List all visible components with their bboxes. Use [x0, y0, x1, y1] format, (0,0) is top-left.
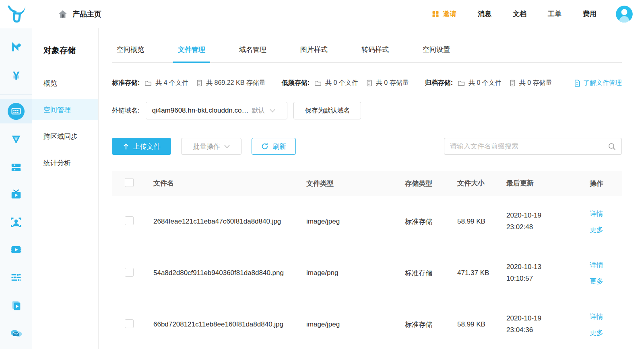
- stat-files: 共 4 个文件: [144, 79, 188, 87]
- refresh-button[interactable]: 刷新: [252, 138, 296, 155]
- nav-invite[interactable]: 邀请: [431, 9, 456, 18]
- file-updated: 2020-10-19 23:02:48: [506, 210, 581, 233]
- nav-messages-label: 消息: [478, 9, 491, 18]
- col-header-updated: 最后更新: [506, 178, 581, 189]
- rail-item-video-player[interactable]: [0, 294, 32, 317]
- sidebar-item-cross-region-sync[interactable]: 跨区域同步: [32, 126, 98, 147]
- detail-link[interactable]: 详情: [590, 261, 603, 270]
- table-row: 2684feae121c11eba47c60f81da8d840.jpg ima…: [112, 196, 622, 247]
- domain-label: 外链域名:: [112, 107, 139, 115]
- main-content: 空间概览 文件管理 域名管理 图片样式 转码样式 空间设置 标准存储: 共 4 …: [99, 28, 644, 349]
- server-storage-icon: [10, 161, 22, 173]
- file-type: image/jpeg: [306, 320, 405, 328]
- qiniu-bull-logo-icon: [5, 5, 27, 23]
- user-avatar[interactable]: [616, 6, 633, 23]
- search-input[interactable]: [450, 142, 608, 150]
- file-updated: 2020-10-13 10:10:57: [506, 261, 581, 285]
- rail-item-developer[interactable]: [0, 36, 32, 59]
- yen-icon: ¥: [13, 70, 20, 82]
- stat-group-standard: 标准存储: 共 4 个文件 共 869.22 KB 存储量: [112, 79, 274, 87]
- rail-item-live-tv[interactable]: [0, 183, 32, 206]
- batch-actions-button[interactable]: 批量操作: [181, 138, 242, 155]
- stat-label: 标准存储:: [112, 79, 140, 87]
- object-storage-icon: [7, 102, 25, 121]
- top-header: 产品主页 邀请 消息 文档 工单 费用: [0, 0, 644, 28]
- storage-stats-row: 标准存储: 共 4 个文件 共 869.22 KB 存储量 低频存储:: [112, 79, 622, 87]
- tab-space-settings[interactable]: 空间设置: [418, 45, 455, 62]
- save-default-domain-button[interactable]: 保存为默认域名: [293, 102, 361, 119]
- file-type: image/jpeg: [306, 218, 405, 226]
- stat-size: 共 869.22 KB 存储量: [196, 79, 266, 87]
- upload-file-button[interactable]: 上传文件: [112, 138, 171, 155]
- sidebar-title: 对象存储: [32, 45, 98, 56]
- table-row: 66bd7208121c11eb8ee160f81da8d840.jpg ima…: [112, 299, 622, 349]
- file-storage-class: 标准存储: [405, 217, 457, 226]
- sidebar-item-overview[interactable]: 概览: [32, 73, 98, 94]
- row-checkbox[interactable]: [125, 268, 134, 277]
- sidebar-item-label: 空间管理: [43, 105, 71, 115]
- upload-arrow-icon: [123, 143, 129, 150]
- rail-divider: [0, 94, 32, 94]
- storage-volume-icon: [510, 80, 516, 86]
- tab-image-styles[interactable]: 图片样式: [295, 45, 332, 62]
- face-recognition-icon: [10, 216, 22, 228]
- tab-file-management[interactable]: 文件管理: [173, 45, 210, 62]
- nav-tickets[interactable]: 工单: [548, 9, 561, 18]
- col-header-actions: 操作: [581, 179, 621, 188]
- rail-item-cdn[interactable]: [0, 128, 32, 150]
- nav-docs[interactable]: 文档: [513, 9, 526, 18]
- tab-domain-management[interactable]: 域名管理: [234, 45, 271, 62]
- rail-item-cloud-mail[interactable]: [0, 322, 32, 344]
- nav-billing-label: 费用: [583, 9, 597, 18]
- rail-item-billing[interactable]: ¥: [0, 64, 32, 87]
- developer-logo-icon: [10, 41, 22, 53]
- tv-play-icon: [10, 189, 22, 201]
- nav-billing[interactable]: 费用: [583, 9, 597, 18]
- sidebar-item-statistics[interactable]: 统计分析: [32, 152, 98, 173]
- sliders-icon: [10, 271, 22, 283]
- file-storage-class: 标准存储: [405, 269, 457, 278]
- nav-messages[interactable]: 消息: [478, 9, 491, 18]
- tab-space-overview[interactable]: 空间概览: [112, 45, 149, 62]
- file-size: 58.99 KB: [457, 319, 506, 331]
- chevron-down-icon: [270, 109, 275, 113]
- rail-item-object-storage[interactable]: [0, 99, 32, 123]
- file-size: 58.99 KB: [457, 216, 506, 228]
- learn-file-management-link[interactable]: 了解文件管理: [574, 79, 622, 87]
- storage-volume-icon: [366, 80, 372, 86]
- domain-select[interactable]: qi4am9608.hn-bkt.clouddn.co… 默认: [146, 102, 287, 119]
- tab-transcode-styles[interactable]: 转码样式: [357, 45, 394, 62]
- rail-item-face-recognition[interactable]: [0, 211, 32, 234]
- stat-group-infrequent: 低频存储: 共 0 个文件 共 0 存储量: [282, 79, 417, 87]
- more-link[interactable]: 更多: [590, 277, 603, 286]
- sidebar-item-space-management[interactable]: 空间管理: [32, 99, 98, 120]
- nav-docs-label: 文档: [513, 9, 526, 18]
- row-checkbox[interactable]: [125, 216, 134, 225]
- detail-link[interactable]: 详情: [590, 209, 603, 218]
- tab-bar: 空间概览 文件管理 域名管理 图片样式 转码样式 空间设置: [112, 45, 622, 63]
- file-storage-class: 标准存储: [405, 320, 457, 329]
- select-all-checkbox[interactable]: [125, 178, 134, 187]
- stat-group-archive: 归档存储: 共 0 个文件 共 0 存储量: [425, 79, 560, 87]
- domain-value: qi4am9608.hn-bkt.clouddn.co…: [152, 107, 248, 115]
- row-checkbox[interactable]: [125, 319, 134, 328]
- col-header-filetype: 文件类型: [306, 179, 405, 188]
- stat-size: 共 0 存储量: [510, 79, 552, 87]
- product-sidebar: 对象存储 概览 空间管理 跨区域同步 统计分析: [32, 28, 99, 349]
- breadcrumb[interactable]: 产品主页: [58, 9, 101, 19]
- rail-item-server[interactable]: [0, 156, 32, 179]
- detail-link[interactable]: 详情: [590, 312, 603, 321]
- rail-item-tuning[interactable]: [0, 266, 32, 289]
- external-domain-row: 外链域名: qi4am9608.hn-bkt.clouddn.co… 默认 保存…: [112, 102, 622, 119]
- icon-rail: ¥: [0, 28, 32, 349]
- rail-item-media-processing[interactable]: [0, 238, 32, 261]
- more-link[interactable]: 更多: [590, 328, 603, 337]
- table-header-row: 文件名 文件类型 存储类型 文件大小 最后更新 操作: [112, 171, 622, 196]
- file-type: image/png: [306, 269, 405, 277]
- search-icon[interactable]: [608, 143, 616, 150]
- sidebar-menu: 概览 空间管理 跨区域同步 统计分析: [32, 73, 98, 173]
- sidebar-item-label: 统计分析: [43, 158, 71, 168]
- home-icon: [58, 9, 68, 19]
- more-link[interactable]: 更多: [590, 225, 603, 234]
- brand-logo[interactable]: [0, 5, 32, 23]
